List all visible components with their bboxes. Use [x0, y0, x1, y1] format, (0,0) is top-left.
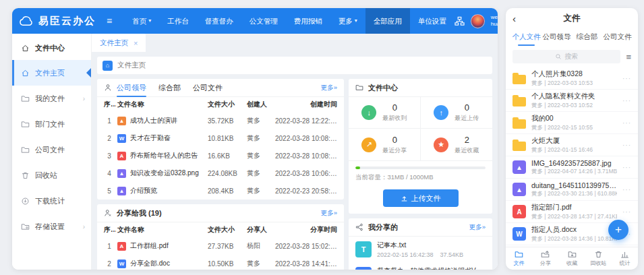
close-icon[interactable]: ×	[134, 39, 138, 47]
stat-recently-uploaded[interactable]: ↑ 0最近上传	[421, 97, 493, 129]
welcome-text[interactable]: welcomehuangduo ▾	[491, 14, 498, 28]
tab-company-files[interactable]: 公司文件	[193, 79, 223, 97]
item-menu-icon[interactable]: ···	[622, 97, 631, 104]
page-title: 文件主页	[117, 61, 146, 70]
app-logo[interactable]: 易臣云办公	[19, 15, 96, 28]
table-row[interactable]: 3 A乔布斯给年轻人的忠告 16.6KB 黄多 2022-03-28 10:08…	[97, 147, 344, 164]
menu-collapse-icon[interactable]: ≡	[107, 16, 112, 26]
home-icon	[21, 44, 30, 53]
item-menu-icon[interactable]: ···	[622, 208, 631, 216]
folder-icon	[513, 97, 526, 106]
tab-general-dept[interactable]: 综合部	[572, 28, 602, 46]
star-folder-icon	[568, 250, 577, 259]
more-link[interactable]: 更多»	[469, 223, 486, 232]
table-row[interactable]: 2 W天才在于勤奋 10.81KB 黄多 2022-03-28 10:08:55	[97, 129, 344, 147]
folder-gear-icon	[21, 222, 30, 231]
sidebar-item-my-files[interactable]: 我的文件 ›	[12, 86, 91, 111]
panel-title: 我分享的	[368, 222, 398, 233]
item-menu-icon[interactable]: ···	[622, 186, 631, 193]
item-menu-icon[interactable]: ···	[622, 75, 631, 82]
table-row[interactable]: 1 ▲成功人士的演讲 35.72KB 黄多 2022-03-28 12:22:0…	[97, 112, 344, 129]
more-link[interactable]: 更多»	[321, 209, 337, 218]
sidebar-item-download-stats[interactable]: 下载统计	[12, 188, 91, 214]
nav-all-apps[interactable]: 全部应用	[365, 8, 410, 34]
folder-icon	[21, 120, 30, 129]
file-type-icon: A	[117, 152, 126, 160]
nav-unit-settings[interactable]: 单位设置	[410, 8, 455, 34]
nav-statistics[interactable]: 统计	[612, 247, 638, 270]
image-file-icon: ▲	[513, 160, 526, 174]
tab-general-dept[interactable]: 综合部	[158, 79, 181, 97]
col-header: 创建人	[245, 97, 274, 112]
nav-more[interactable]: 更多▾	[330, 8, 365, 34]
tab-company-leader[interactable]: 公司领导	[541, 28, 572, 46]
my-shares-panel: 我分享的 更多» T 记事本.txt 2022-02-15 16:42:3837…	[349, 218, 492, 270]
search-input[interactable]: 搜索	[513, 50, 620, 63]
col-header: 文件名称	[116, 222, 206, 237]
folder-icon	[513, 75, 526, 84]
list-item[interactable]: W 督查督办—软件需求规格说明书V1.0.doc 2022-03-28 11:4…	[349, 262, 492, 270]
tab-company-leader[interactable]: 公司领导	[117, 79, 146, 97]
stat-recently-favorited[interactable]: ★ 2最近收藏	[421, 129, 493, 160]
col-header: 创建时间	[274, 97, 344, 112]
table-row[interactable]: 1 A工作群组.pdf 27.37KB 杨阳 2022-03-28 15:02:…	[97, 237, 344, 255]
chevron-down-icon: ▾	[355, 8, 357, 34]
sidebar-item-dept-files[interactable]: 部门文件	[12, 111, 91, 137]
list-item[interactable]: T 记事本.txt 2022-02-15 16:42:3837.54KB	[349, 237, 492, 262]
tab-file-home[interactable]: 文件主页 ×	[92, 34, 146, 52]
list-item[interactable]: ▲ duitang_1645110139975.png黄多 | 2022-03-…	[506, 179, 638, 201]
nav-home[interactable]: 首页▾	[124, 8, 159, 34]
table-row[interactable]: 5 ▲介绍预览 208.4KB 黄多 2022-02-23 20:58:53	[97, 182, 344, 200]
sidebar-item-storage-settings[interactable]: 存储设置 ›	[12, 214, 91, 239]
list-item[interactable]: 火炬大厦黄多 | 2022-01-15 16:46 ···	[506, 134, 638, 156]
stat-recently-shared[interactable]: ↗ 0最近分享	[349, 129, 421, 160]
nav-documents[interactable]: 公文管理	[241, 8, 286, 34]
list-item[interactable]: 个人隐私资料文件夹黄多 | 2022-03-03 10:52 ···	[506, 90, 638, 112]
more-link[interactable]: 更多»	[321, 84, 337, 92]
col-header: 文件大小	[206, 97, 245, 112]
upload-arrow-icon	[401, 195, 408, 202]
share-network-icon	[355, 223, 363, 231]
sidebar: 文件中心 文件主页 我的文件 › 部门文件 公司文件 回收站	[12, 34, 92, 270]
file-center-stats: ↓ 0最新收到 ↑ 0最近上传 ↗ 0最近分享	[349, 97, 492, 160]
stat-recently-received[interactable]: ↓ 0最新收到	[349, 97, 421, 129]
tab-company-files[interactable]: 公司文件	[602, 28, 633, 46]
file-type-icon: A	[117, 242, 126, 251]
nav-files[interactable]: 文件	[506, 247, 532, 270]
sidebar-item-file-home[interactable]: 文件主页	[12, 60, 91, 86]
nav-expenses[interactable]: 费用报销	[286, 8, 330, 34]
main-window: 易臣云办公 ≡ 首页▾ 工作台 督查督办 公文管理 费用报销 更多▾ 全部应用 …	[12, 8, 498, 270]
received-icon: ↓	[361, 105, 376, 120]
org-chart-icon[interactable]	[455, 16, 465, 26]
add-file-button[interactable]: +	[608, 220, 628, 240]
company-leader-panel: 公司领导 综合部 公司文件 更多» 序号 文件名称 文件大小	[97, 79, 344, 200]
tab-strip: 文件主页 ×	[92, 34, 498, 52]
file-center-panel: 文件中心 ↓ 0最新收到 ↑ 0最近上传	[349, 79, 492, 214]
nav-share[interactable]: 分享	[532, 247, 558, 270]
breadcrumb: ⌂ 文件主页	[97, 57, 492, 74]
item-menu-icon[interactable]: ···	[622, 142, 631, 149]
nav-favorites[interactable]: 收藏	[558, 247, 585, 270]
search-icon	[555, 53, 562, 60]
list-item[interactable]: 我的00黄多 | 2022-02-15 10:55 ···	[506, 112, 638, 134]
table-row[interactable]: 2 W分享全部.doc 10.50KB 黄多 2022-03-28 14:41:…	[97, 255, 344, 270]
item-menu-icon[interactable]: ···	[622, 164, 631, 171]
shared-files-table: 序号 文件名称 文件大小 分享人 分享时间 1 A工作群组.pdf	[97, 222, 344, 270]
nav-supervision[interactable]: 督查督办	[197, 8, 241, 34]
sidebar-item-recycle-bin[interactable]: 回收站	[12, 162, 91, 188]
sidebar-item-company-files[interactable]: 公司文件	[12, 137, 91, 162]
leader-files-table: 序号 文件名称 文件大小 创建人 创建时间 1 ▲成功人士的演讲	[97, 97, 344, 200]
nav-recycle-bin[interactable]: 回收站	[585, 247, 612, 270]
share-icon: ↗	[361, 138, 376, 152]
item-menu-icon[interactable]: ···	[622, 119, 631, 127]
back-icon[interactable]: ‹	[513, 13, 516, 24]
home-badge-icon: ⌂	[103, 61, 113, 71]
table-row[interactable]: 4 ▲知识改变命运0328.png 224.08KB 黄多 2022-03-28…	[97, 164, 344, 182]
tab-personal-files[interactable]: 个人文件	[511, 28, 541, 46]
upload-file-button[interactable]: 上传文件	[383, 189, 459, 207]
list-item[interactable]: ▲ IMG_1649235725887.jpg黄多 | 2022-04-07 1…	[506, 156, 638, 179]
list-view-icon[interactable]: ≡	[626, 52, 631, 62]
user-avatar[interactable]	[471, 14, 485, 28]
nav-workbench[interactable]: 工作台	[159, 8, 197, 34]
list-item[interactable]: 个人照片集0328黄多 | 2022-03-03 10:53 ···	[506, 67, 638, 90]
